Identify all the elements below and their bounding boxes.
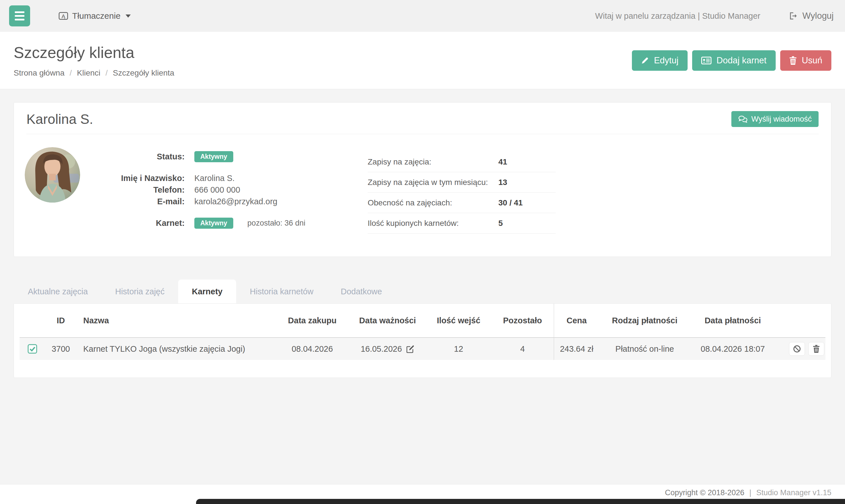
menu-toggle-button[interactable] (9, 5, 30, 26)
logout-link[interactable]: Wyloguj (789, 11, 834, 21)
email-label: E-mail: (86, 197, 194, 206)
main-content: Karolina S. Wyślij wiadomość (0, 89, 845, 378)
delete-pass-button[interactable] (808, 342, 824, 356)
id-card-icon (701, 56, 712, 65)
header-rodzaj-platnosci: Rodzaj płatności (599, 304, 690, 337)
add-pass-button[interactable]: Dodaj karnet (692, 50, 776, 71)
table-row: 3700 Karnet TYLKO Joga (wszystkie zajęci… (20, 338, 825, 360)
language-icon: Ą (58, 11, 68, 20)
header-nazwa: Nazwa (76, 304, 275, 337)
header-data-waznosci: Data ważności (349, 304, 426, 337)
cell-cena: 243.64 zł (554, 338, 599, 360)
top-navbar: Ą Tłumaczenie Witaj w panelu zarządzania… (0, 0, 845, 32)
pass-remaining: pozostało: 36 dni (248, 219, 305, 228)
tab-historia-zajec[interactable]: Historia zajęć (102, 280, 178, 303)
cell-data-zakupu: 08.04.2026 (275, 338, 349, 360)
breadcrumb: Strona główna / Klienci / Szczegóły klie… (14, 69, 174, 77)
ban-icon (793, 345, 801, 353)
trash-icon (813, 345, 820, 353)
header-cena: Cena (554, 304, 599, 337)
send-message-button[interactable]: Wyślij wiadomość (731, 111, 819, 127)
edit-button[interactable]: Edytuj (632, 50, 688, 71)
stat-row: Zapisy na zajęcia w tym miesiącu: 13 (368, 172, 556, 193)
status-badge: Aktywny (194, 151, 233, 162)
header-ilosc-wejsc: Ilość wejść (426, 304, 491, 337)
client-name: Karolina S. (26, 111, 93, 127)
breadcrumb-separator: / (105, 69, 108, 77)
page-title: Szczegóły klienta (14, 43, 174, 62)
svg-text:Ą: Ą (62, 13, 65, 19)
client-avatar (25, 147, 80, 202)
menu-icon (15, 11, 24, 13)
passes-table-header: ID Nazwa Data zakupu Data ważności Ilość… (20, 304, 825, 338)
stat-row: Ilość kupionych karnetów: 5 (368, 213, 556, 234)
app-version: Studio Manager v1.15 (756, 488, 831, 497)
delete-button[interactable]: Usuń (780, 50, 831, 71)
cell-nazwa: Karnet TYLKO Joga (wszystkie zajęcia Jog… (76, 338, 275, 360)
client-info: Status: Aktywny Imię i Nazwisko: Karolin… (86, 147, 305, 231)
translation-dropdown[interactable]: Ą Tłumaczenie (58, 11, 131, 21)
header-data-platnosci: Data płatności (690, 304, 775, 337)
breadcrumb-separator: / (70, 69, 72, 77)
cell-id: 3700 (45, 338, 76, 360)
pencil-icon (641, 56, 649, 65)
cell-rodzaj-platnosci: Płatność on-line (599, 338, 690, 360)
cancel-pass-button[interactable] (789, 342, 805, 356)
fullname-label: Imię i Nazwisko: (86, 174, 194, 183)
header-data-zakupu: Data zakupu (275, 304, 349, 337)
pass-label: Karnet: (86, 218, 194, 228)
logout-label: Wyloguj (803, 11, 834, 21)
header-action-buttons: Edytuj Dodaj karnet (632, 50, 831, 71)
passes-table-card: ID Nazwa Data zakupu Data ważności Ilość… (14, 303, 831, 378)
stat-row: Zapisy na zajęcia: 41 (368, 152, 556, 172)
pass-status-badge: Aktywny (194, 218, 233, 229)
cell-data-waznosci: 16.05.2026 (361, 344, 402, 354)
fullname-value: Karolina S. (194, 174, 235, 183)
breadcrumb-clients[interactable]: Klienci (77, 69, 100, 77)
translation-label: Tłumaczenie (72, 11, 121, 21)
tab-aktualne-zajecia[interactable]: Aktualne zajęcia (14, 280, 102, 303)
cell-ilosc-wejsc: 12 (426, 338, 491, 360)
header-pozostalo: Pozostało (491, 304, 554, 337)
client-tabs: Aktualne zajęcia Historia zajęć Karnety … (14, 280, 831, 303)
navbar-right: Witaj w panelu zarządzania | Studio Mana… (595, 11, 834, 21)
check-square-icon (28, 344, 37, 354)
tab-karnety[interactable]: Karnety (178, 280, 236, 303)
caret-down-icon (126, 15, 131, 18)
page-header: Szczegóły klienta Strona główna / Klienc… (0, 32, 845, 89)
comments-icon (738, 115, 747, 123)
phone-label: Telefon: (86, 185, 194, 195)
status-label: Status: (86, 152, 194, 161)
phone-value: 666 000 000 (194, 185, 240, 195)
sign-out-icon (789, 11, 798, 20)
client-stats: Zapisy na zajęcia: 41 Zapisy na zajęcia … (368, 152, 556, 234)
client-card: Karolina S. Wyślij wiadomość (14, 102, 831, 257)
breadcrumb-current: Szczegóły klienta (113, 69, 174, 77)
trash-icon (789, 56, 797, 65)
tab-dodatkowe[interactable]: Dodatkowe (327, 280, 396, 303)
bottom-dark-bar (196, 499, 845, 504)
tab-historia-karnetow[interactable]: Historia karnetów (236, 280, 327, 303)
email-value: karola26@przykad.org (194, 197, 277, 206)
header-id: ID (45, 304, 76, 337)
pencil-square-icon[interactable] (406, 345, 415, 353)
stat-row: Obecność na zajęciach: 30 / 41 (368, 193, 556, 213)
cell-pozostalo: 4 (491, 338, 554, 360)
welcome-text: Witaj w panelu zarządzania | Studio Mana… (595, 11, 760, 21)
cell-data-platnosci: 08.04.2026 18:07 (690, 338, 775, 360)
breadcrumb-home[interactable]: Strona główna (14, 69, 65, 77)
copyright-text: Copyright © 2018-2026 (665, 488, 744, 497)
